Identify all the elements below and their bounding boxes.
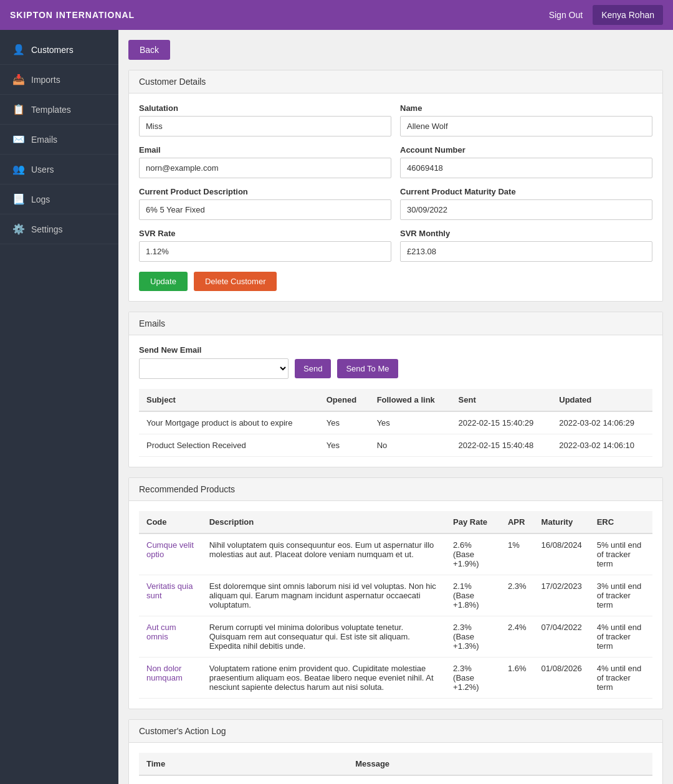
email-followed: No	[370, 434, 451, 457]
emails-table: Subject Opened Followed a link Sent Upda…	[139, 389, 652, 457]
email-opened: Yes	[319, 411, 370, 434]
sidebar-item-logs[interactable]: 📃 Logs	[0, 184, 118, 214]
send-to-me-button[interactable]: Send To Me	[337, 359, 398, 378]
main-content: Back Customer Details Salutation Name Em…	[118, 30, 673, 784]
update-button[interactable]: Update	[139, 272, 188, 291]
recommended-products-body: Code Description Pay Rate APR Maturity E…	[129, 501, 662, 709]
sidebar-item-settings[interactable]: ⚙️ Settings	[0, 214, 118, 244]
name-group: Name	[400, 103, 652, 136]
maturity-date-label: Current Product Maturity Date	[400, 187, 652, 196]
emails-section-header: Emails	[129, 312, 662, 335]
sidebar-label-imports: Imports	[31, 75, 60, 85]
emails-section-body: Send New Email Send Send To Me Subject O…	[129, 335, 662, 467]
customer-form-grid: Salutation Name Email Account Number	[139, 103, 652, 262]
topbar-right: Sign Out Kenya Rohan	[549, 5, 663, 25]
svr-rate-input[interactable]	[139, 241, 391, 262]
rp-code[interactable]: Non dolor numquam	[139, 657, 202, 699]
rp-description: Nihil voluptatem quis consequuntur eos. …	[202, 533, 446, 575]
sidebar-item-imports[interactable]: 📥 Imports	[0, 65, 118, 95]
send-email-label: Send New Email	[139, 345, 652, 355]
customer-details-header: Customer Details	[129, 70, 662, 93]
recommended-products-header: Recommended Products	[129, 478, 662, 501]
sidebar-item-emails[interactable]: ✉️ Emails	[0, 125, 118, 155]
salutation-input[interactable]	[139, 116, 391, 136]
delete-customer-button[interactable]: Delete Customer	[194, 272, 277, 291]
current-product-input[interactable]	[139, 199, 391, 220]
maturity-date-group: Current Product Maturity Date	[400, 187, 652, 220]
email-sent: 2022-02-15 15:40:29	[451, 411, 552, 434]
email-input[interactable]	[139, 158, 391, 178]
customer-details-body: Salutation Name Email Account Number	[129, 93, 662, 301]
rp-payrate: 2.3% (Base +1.2%)	[446, 657, 500, 699]
col-updated: Updated	[551, 389, 652, 411]
sidebar-item-templates[interactable]: 📋 Templates	[0, 95, 118, 125]
rp-col-code: Code	[139, 511, 202, 533]
email-opened: Yes	[319, 434, 370, 457]
logs-icon: 📃	[12, 193, 25, 205]
action-log-section: Customer's Action Log Time Message	[128, 719, 663, 784]
sidebar-label-logs: Logs	[31, 194, 50, 204]
email-followed: Yes	[370, 411, 451, 434]
customers-icon: 👤	[12, 44, 25, 55]
email-subject: Product Selection Received	[139, 434, 319, 457]
rp-payrate: 2.3% (Base +1.3%)	[446, 616, 500, 657]
name-label: Name	[400, 103, 652, 113]
rp-maturity: 17/02/2023	[534, 575, 589, 616]
rp-payrate: 2.1% (Base +1.8%)	[446, 575, 500, 616]
rp-col-apr: APR	[500, 511, 534, 533]
svr-monthly-input[interactable]	[400, 241, 652, 262]
user-label: Kenya Rohan	[593, 5, 663, 25]
name-input[interactable]	[400, 116, 652, 136]
rp-apr: 1.6%	[500, 657, 534, 699]
sidebar-label-customers: Customers	[31, 45, 74, 55]
table-row: Product Selection Received Yes No 2022-0…	[139, 434, 652, 457]
sign-out-button[interactable]: Sign Out	[549, 10, 583, 20]
rp-description: Voluptatem ratione enim provident quo. C…	[202, 657, 446, 699]
rp-erc: 4% until end of tracker term	[589, 616, 652, 657]
account-number-group: Account Number	[400, 145, 652, 178]
form-actions: Update Delete Customer	[139, 272, 652, 291]
send-button[interactable]: Send	[295, 359, 331, 378]
rp-apr: 1%	[500, 533, 534, 575]
action-log-table: Time Message	[139, 753, 652, 776]
account-number-label: Account Number	[400, 145, 652, 155]
rp-payrate: 2.6% (Base +1.9%)	[446, 533, 500, 575]
table-row: Cumque velit optio Nihil voluptatem quis…	[139, 533, 652, 575]
table-row: Aut cum omnis Rerum corrupti vel minima …	[139, 616, 652, 657]
email-group: Email	[139, 145, 391, 178]
svr-rate-group: SVR Rate	[139, 229, 391, 262]
sidebar-label-users: Users	[31, 165, 54, 174]
emails-in-queue: Emails in queue: 0	[0, 780, 118, 784]
rp-maturity: 01/08/2026	[534, 657, 589, 699]
rp-description: Est doloremque sint omnis laborum nisi i…	[202, 575, 446, 616]
settings-icon: ⚙️	[12, 223, 25, 235]
email-label: Email	[139, 145, 391, 155]
svr-monthly-label: SVR Monthly	[400, 229, 652, 238]
table-row: Non dolor numquam Voluptatem ratione eni…	[139, 657, 652, 699]
salutation-group: Salutation	[139, 103, 391, 136]
email-updated: 2022-03-02 14:06:29	[551, 411, 652, 434]
rp-col-maturity: Maturity	[534, 511, 589, 533]
col-followed: Followed a link	[370, 389, 451, 411]
action-log-body: Time Message	[129, 743, 662, 784]
sidebar-label-templates: Templates	[31, 105, 71, 115]
sidebar-item-customers[interactable]: 👤 Customers	[0, 35, 118, 65]
current-product-group: Current Product Description	[139, 187, 391, 220]
topbar: SKIPTON INTERNATIONAL Sign Out Kenya Roh…	[0, 0, 673, 30]
maturity-date-input[interactable]	[400, 199, 652, 220]
sidebar-item-users[interactable]: 👥 Users	[0, 155, 118, 184]
email-subject: Your Mortgage product is about to expire	[139, 411, 319, 434]
account-number-input[interactable]	[400, 158, 652, 178]
al-col-time: Time	[139, 753, 348, 775]
rp-code[interactable]: Veritatis quia sunt	[139, 575, 202, 616]
back-button[interactable]: Back	[128, 40, 170, 60]
recommended-products-section: Recommended Products Code Description Pa…	[128, 477, 663, 709]
rp-erc: 4% until end of tracker term	[589, 657, 652, 699]
email-template-select[interactable]	[139, 358, 289, 379]
emails-section: Emails Send New Email Send Send To Me Su…	[128, 312, 663, 467]
sidebar: 👤 Customers 📥 Imports 📋 Templates ✉️ Ema…	[0, 30, 118, 784]
rp-code[interactable]: Cumque velit optio	[139, 533, 202, 575]
rp-code[interactable]: Aut cum omnis	[139, 616, 202, 657]
recommended-products-table: Code Description Pay Rate APR Maturity E…	[139, 511, 652, 699]
current-product-label: Current Product Description	[139, 187, 391, 196]
